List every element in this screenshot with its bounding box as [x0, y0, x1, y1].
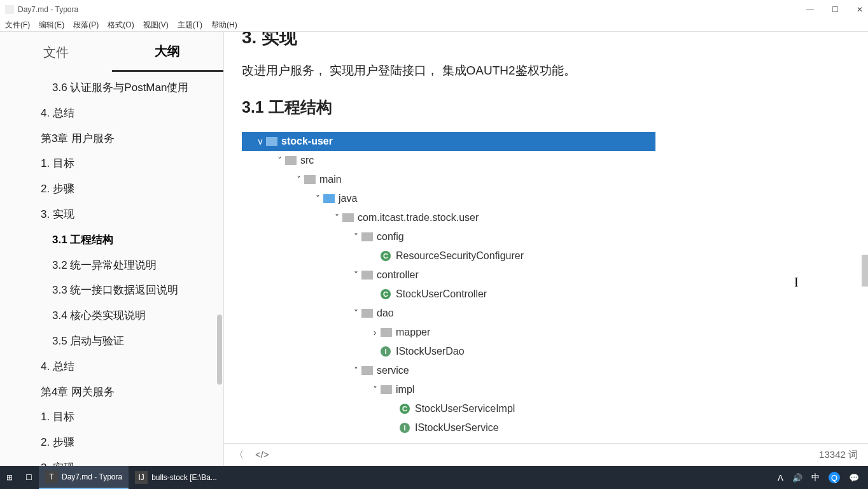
- chevron-down-icon[interactable]: ˅: [274, 155, 285, 166]
- minimize-button[interactable]: —: [806, 5, 814, 14]
- outline-item[interactable]: 3.6 认证服务与PostMan使用: [0, 75, 223, 101]
- tree-label: IStockUserDao: [396, 346, 465, 357]
- tree-label: config: [377, 231, 404, 243]
- tree-label: StockUserController: [396, 288, 487, 300]
- app-icon: IJ: [135, 471, 148, 484]
- tree-row[interactable]: CStockUserController: [242, 285, 655, 304]
- folder-icon: [323, 194, 335, 203]
- menu-view[interactable]: 视图(V): [143, 20, 169, 31]
- menu-file[interactable]: 文件(F): [5, 20, 30, 31]
- menu-help[interactable]: 帮助(H): [211, 20, 237, 31]
- chevron-down-icon[interactable]: ˅: [350, 308, 361, 318]
- tree-row[interactable]: ›mapper: [242, 323, 655, 342]
- qq-icon[interactable]: Q: [829, 472, 840, 483]
- outline-item[interactable]: 3. 实现: [0, 455, 223, 466]
- tree-label: IStockUserService: [415, 422, 499, 434]
- chevron-down-icon[interactable]: ˅: [312, 194, 323, 204]
- tree-row[interactable]: ˅main: [242, 170, 655, 189]
- class-icon: C: [400, 404, 410, 414]
- menu-edit[interactable]: 编辑(E): [39, 20, 64, 31]
- outline-item[interactable]: 1. 目标: [0, 151, 223, 176]
- tree-label: impl: [396, 384, 414, 395]
- outline-panel[interactable]: 3.6 认证服务与PostMan使用4. 总结第3章 用户服务1. 目标2. 步…: [0, 73, 223, 466]
- tree-label: dao: [377, 308, 394, 319]
- tree-row[interactable]: ˅service: [242, 361, 655, 380]
- folder-icon: [361, 232, 373, 241]
- interface-icon: I: [400, 423, 410, 433]
- sidebar: 文件 大纲 3.6 认证服务与PostMan使用4. 总结第3章 用户服务1. …: [0, 32, 224, 466]
- menubar: 文件(F) 编辑(E) 段落(P) 格式(O) 视图(V) 主题(T) 帮助(H…: [0, 19, 868, 32]
- ime-icon[interactable]: 中: [811, 472, 820, 483]
- taskbar-app[interactable]: IJbulls-stock [E:\Ba...: [129, 466, 223, 489]
- tree-root[interactable]: v stock-user: [242, 132, 655, 151]
- outline-item[interactable]: 第4章 网关服务: [0, 379, 223, 405]
- tree-row[interactable]: ˅src: [242, 151, 655, 170]
- folder-icon: [342, 213, 354, 222]
- volume-icon[interactable]: 🔊: [792, 473, 802, 483]
- folder-icon: [381, 385, 392, 394]
- content-area[interactable]: 3. 实现 改进用户服务， 实现用户登陆接口， 集成OAUTH2鉴权功能。 3.…: [224, 32, 868, 443]
- folder-icon: [304, 175, 316, 184]
- outline-item[interactable]: 4. 总结: [0, 354, 223, 379]
- window-controls: — ☐ ✕: [806, 5, 863, 14]
- tree-row[interactable]: CResourceSecurityConfigurer: [242, 246, 655, 266]
- outline-item[interactable]: 3.3 统一接口数据返回说明: [0, 278, 223, 303]
- task-view-button[interactable]: ☐: [19, 466, 39, 489]
- tree-row[interactable]: ˅dao: [242, 304, 655, 323]
- tree-row[interactable]: ˅java: [242, 189, 655, 208]
- taskbar-app[interactable]: TDay7.md - Typora: [39, 466, 129, 489]
- outline-scrollbar[interactable]: [217, 315, 222, 385]
- class-icon: C: [381, 289, 391, 299]
- chevron-down-icon[interactable]: ˅: [331, 213, 342, 223]
- app-icon: [5, 5, 14, 14]
- chevron-down-icon[interactable]: ˅: [350, 232, 361, 242]
- folder-icon: [361, 366, 373, 375]
- class-icon: C: [381, 251, 391, 261]
- outline-item[interactable]: 第3章 用户服务: [0, 126, 223, 152]
- notifications-icon[interactable]: 💬: [849, 473, 859, 483]
- module-icon: [266, 137, 277, 146]
- app-icon: T: [45, 471, 58, 483]
- tree-label: service: [377, 365, 409, 376]
- tree-row[interactable]: ˅controller: [242, 266, 655, 285]
- outline-item[interactable]: 4. 总结: [0, 101, 223, 126]
- outline-item[interactable]: 3.1 工程结构: [0, 227, 223, 253]
- outline-item[interactable]: 3.2 统一异常处理说明: [0, 253, 223, 278]
- outline-item[interactable]: 2. 步骤: [0, 430, 223, 455]
- folder-icon: [361, 309, 373, 318]
- chevron-right-icon[interactable]: ›: [369, 327, 381, 337]
- nav-code-toggle[interactable]: </>: [255, 449, 269, 461]
- tree-label: stock-user: [281, 136, 333, 147]
- outline-item[interactable]: 3. 实现: [0, 202, 223, 227]
- nav-back[interactable]: 〈: [234, 449, 244, 461]
- start-button[interactable]: ⊞: [0, 466, 19, 489]
- chevron-down-icon[interactable]: ˅: [369, 385, 381, 395]
- outline-item[interactable]: 1. 目标: [0, 404, 223, 430]
- editor-scrollbar[interactable]: [862, 255, 868, 287]
- tray-expand-icon[interactable]: ᐱ: [778, 473, 783, 483]
- tab-files[interactable]: 文件: [0, 34, 112, 71]
- maximize-button[interactable]: ☐: [832, 5, 839, 14]
- tree-row[interactable]: IIStockUserService: [242, 418, 655, 437]
- chevron-down-icon[interactable]: ˅: [350, 270, 361, 280]
- chevron-down-icon[interactable]: ˅: [350, 365, 361, 376]
- menu-para[interactable]: 段落(P): [73, 20, 99, 31]
- outline-item[interactable]: 3.5 启动与验证: [0, 329, 223, 354]
- menu-theme[interactable]: 主题(T): [178, 20, 202, 31]
- tree-row[interactable]: IIStockUserDao: [242, 342, 655, 361]
- chevron-down-icon[interactable]: ˅: [293, 174, 304, 185]
- tree-row[interactable]: CStockUserServiceImpl: [242, 399, 655, 418]
- close-button[interactable]: ✕: [857, 5, 863, 14]
- tree-row[interactable]: ˅impl: [242, 380, 655, 399]
- outline-item[interactable]: 3.4 核心类实现说明: [0, 303, 223, 329]
- tree-row[interactable]: ˅config: [242, 227, 655, 246]
- tree-row[interactable]: ˅com.itcast.trade.stock.user: [242, 208, 655, 227]
- tab-outline[interactable]: 大纲: [112, 32, 224, 72]
- chevron-down-icon[interactable]: v: [255, 136, 266, 146]
- window-title: Day7.md - Typora: [18, 5, 78, 14]
- folder-icon: [381, 328, 392, 337]
- outline-item[interactable]: 2. 步骤: [0, 176, 223, 202]
- menu-format[interactable]: 格式(O): [108, 20, 134, 31]
- statusbar: 〈 </> 13342 词: [224, 443, 868, 466]
- heading-3: 3.1 工程结构: [242, 97, 850, 118]
